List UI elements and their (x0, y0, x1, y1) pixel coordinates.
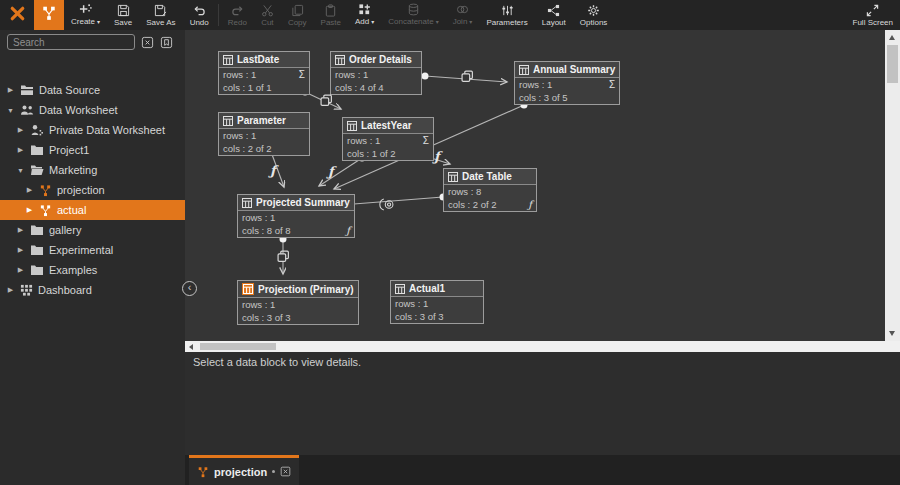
data-block-actual1[interactable]: Actual1 rows : 1 cols : 3 of 3 (390, 280, 484, 324)
undo-icon (193, 4, 206, 17)
data-block-order-details[interactable]: Order Details rows : 1 cols : 4 of 4 (330, 51, 422, 95)
block-title: Order Details (349, 54, 412, 65)
horizontal-scrollbar[interactable] (185, 341, 885, 352)
function-edge-icon: ƒ (270, 163, 276, 178)
rows-count: rows : 1 (347, 135, 380, 146)
sidebar-collapse-button[interactable]: ‹ (182, 281, 197, 296)
expand-arrow-icon[interactable]: ▶ (16, 246, 25, 254)
scroll-left-arrow[interactable] (189, 344, 193, 350)
scroll-down-arrow[interactable] (889, 331, 895, 336)
vertical-scrollbar[interactable] (885, 30, 900, 341)
summary-table-icon (519, 65, 529, 75)
sidebar-item-project1[interactable]: ▶ Project1 (0, 140, 185, 160)
folder-icon (30, 244, 44, 256)
bookmark-icon[interactable] (160, 36, 173, 49)
cols-count: cols : 2 of 2 (448, 199, 497, 210)
search-input[interactable] (7, 34, 135, 50)
tab-projection[interactable]: projection (189, 455, 299, 485)
expand-arrow-icon[interactable]: ▼ (6, 107, 15, 114)
clear-search-icon[interactable] (141, 36, 154, 49)
sidebar-item-gallery[interactable]: ▶ gallery (0, 220, 185, 240)
data-block-annual-summary[interactable]: Annual Summary rows : 1Σ cols : 3 of 5 (514, 61, 620, 105)
save-as-button[interactable]: Save As (139, 0, 182, 30)
summary-table-icon (347, 121, 357, 131)
data-block-parameter[interactable]: Parameter rows : 1 cols : 2 of 2 (218, 112, 310, 156)
expand-arrow-icon[interactable]: ▶ (6, 86, 15, 94)
concatenate-button[interactable]: Concatenate▾ (381, 0, 445, 30)
data-block-projected-summary[interactable]: Projected Summary rows : 1 cols : 8 of 8… (237, 194, 355, 238)
cols-count: cols : 8 of 8 (242, 225, 291, 236)
cols-count: cols : 2 of 2 (223, 143, 272, 154)
expand-arrow-icon[interactable]: ▶ (16, 146, 25, 154)
expand-arrow-icon[interactable]: ▶ (16, 226, 25, 234)
rows-count: rows : 1 (223, 69, 256, 80)
sigma-badge: Σ (423, 135, 429, 146)
copy-button[interactable]: Copy (281, 0, 314, 30)
data-block-lastdate[interactable]: LastDate rows : 1Σ cols : 1 of 1 (218, 51, 310, 95)
add-button[interactable]: Add▾ (348, 0, 381, 30)
save-button[interactable]: Save (107, 0, 139, 30)
cols-count: cols : 1 of 2 (347, 148, 396, 159)
function-edge-icon: ƒ (328, 164, 334, 179)
full-screen-button[interactable]: Full Screen (846, 0, 900, 30)
create-button[interactable]: Create▾ (64, 0, 107, 30)
expand-arrow-icon[interactable]: ▼ (16, 167, 25, 174)
worksheet-mode-button[interactable] (34, 0, 64, 30)
expand-arrow-icon[interactable]: ▶ (16, 126, 25, 134)
scroll-up-arrow[interactable] (889, 35, 895, 40)
rows-count: rows : 1 (242, 299, 275, 310)
sidebar-item-marketing[interactable]: ▼ Marketing (0, 160, 185, 180)
cut-button[interactable]: Cut (254, 0, 281, 30)
summary-table-icon (242, 198, 252, 208)
paste-button[interactable]: Paste (314, 0, 348, 30)
cols-count: cols : 3 of 3 (395, 311, 444, 322)
sidebar-tree: ▶ Data Source ▼ Data Worksheet ▶ Private… (0, 80, 185, 300)
parameters-button[interactable]: Parameters (479, 0, 534, 30)
sidebar-item-dashboard[interactable]: ▶ Dashboard (0, 280, 185, 300)
app-logo[interactable] (0, 0, 34, 30)
function-edge-icon: ƒ (434, 149, 440, 164)
layout-button[interactable]: Layout (535, 0, 573, 30)
tab-close-icon[interactable] (280, 466, 291, 477)
block-title: LatestYear (361, 120, 412, 131)
block-title: Date Table (462, 171, 512, 182)
sidebar-item-examples[interactable]: ▶ Examples (0, 260, 185, 280)
expand-arrow-icon[interactable]: ▶ (16, 266, 25, 274)
sidebar-item-private-data-worksheet[interactable]: ▶ Private Data Worksheet (0, 120, 185, 140)
folder-icon (30, 144, 44, 156)
block-title: LastDate (237, 54, 279, 65)
sidebar-item-projection[interactable]: ▶ projection (0, 180, 185, 200)
copy-icon (291, 4, 304, 17)
rows-count: rows : 1 (519, 79, 552, 90)
horizontal-scroll-thumb[interactable] (200, 343, 276, 350)
undo-button[interactable]: Undo (183, 0, 216, 30)
expand-arrow-icon[interactable]: ▶ (6, 286, 15, 294)
data-block-projection-primary[interactable]: Projection (Primary) rows : 1 cols : 3 o… (237, 280, 359, 325)
expand-arrow-icon[interactable]: ▶ (25, 186, 34, 194)
save-icon (117, 4, 130, 17)
person-icon (30, 124, 44, 136)
data-block-date-table[interactable]: Date Table rows : 8 cols : 2 of 2ƒ (443, 168, 537, 212)
cols-count: cols : 3 of 5 (519, 92, 568, 103)
cols-count: cols : 1 of 1 (223, 82, 272, 93)
sigma-badge: Σ (609, 79, 615, 90)
sidebar-item-experimental[interactable]: ▶ Experimental (0, 240, 185, 260)
rows-count: rows : 8 (448, 186, 481, 197)
worksheet-canvas[interactable]: LastDate rows : 1Σ cols : 1 of 1 Order D… (185, 30, 885, 341)
data-block-latestyear[interactable]: LatestYear rows : 1Σ cols : 1 of 2 (342, 117, 434, 161)
sidebar-item-data-worksheet[interactable]: ▼ Data Worksheet (0, 100, 185, 120)
sidebar-item-data-source[interactable]: ▶ Data Source (0, 80, 185, 100)
options-button[interactable]: Options (573, 0, 615, 30)
worksheet-icon (39, 204, 52, 217)
vertical-scroll-thumb[interactable] (887, 45, 898, 83)
join-button[interactable]: Join▾ (446, 0, 480, 30)
details-empty-message: Select a data block to view details. (193, 356, 361, 368)
parameters-icon (501, 4, 514, 17)
sidebar-item-actual[interactable]: ▶ actual (0, 200, 185, 220)
tab-label: projection (214, 466, 267, 478)
rows-count: rows : 1 (335, 69, 368, 80)
primary-table-icon (242, 283, 254, 295)
expand-arrow-icon[interactable]: ▶ (25, 206, 34, 214)
block-title: Parameter (237, 115, 286, 126)
redo-button[interactable]: Redo (221, 0, 254, 30)
